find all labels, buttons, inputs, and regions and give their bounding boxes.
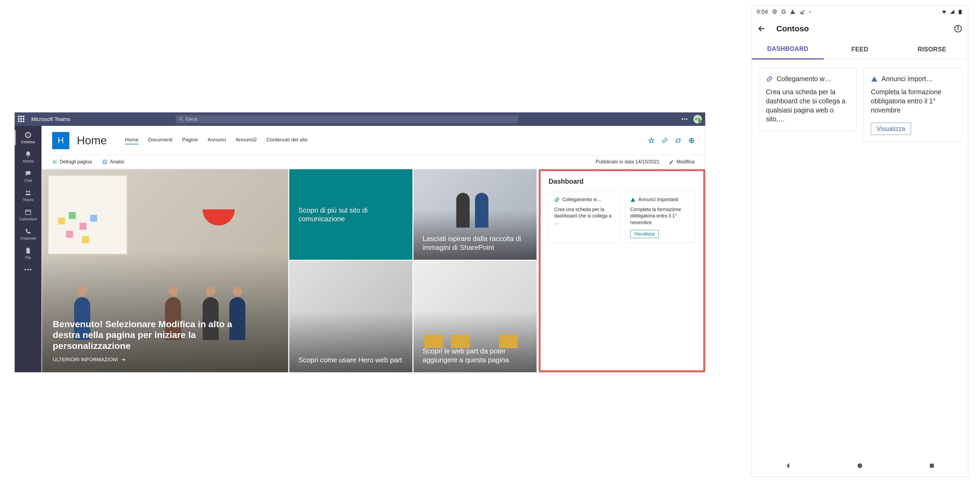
android-navbar xyxy=(752,455,968,476)
arrow-right-icon xyxy=(121,357,126,362)
page-details-button[interactable]: Dettagli pagina xyxy=(52,159,92,165)
info-bar: Dettagli pagina Analisi Pubblicato in da… xyxy=(41,155,705,169)
tab-home[interactable]: Home xyxy=(125,137,138,144)
file-icon xyxy=(24,247,32,254)
app-title: Microsoft Teams xyxy=(31,116,70,122)
wifi-icon xyxy=(941,9,947,15)
search-icon xyxy=(179,117,183,121)
ptab-dashboard[interactable]: DASHBOARD xyxy=(752,39,824,59)
dashboard-card-link[interactable]: Collegamento w… Crea una scheda per la d… xyxy=(549,192,619,243)
bell-icon xyxy=(24,150,32,158)
tab-documenti[interactable]: Documenti xyxy=(148,137,173,144)
svg-point-2 xyxy=(26,191,28,193)
header-actions xyxy=(648,138,694,144)
avatar[interactable]: WM xyxy=(694,115,702,123)
chat-icon xyxy=(24,170,32,177)
phone-card-announcement[interactable]: Annunci import… Completa la formazione o… xyxy=(863,68,961,142)
app-rail: Contoso Attività Chat Teams Calendario C… xyxy=(15,126,41,372)
svg-line-1 xyxy=(181,120,183,121)
star-icon[interactable] xyxy=(648,138,654,144)
calendar-icon xyxy=(24,208,32,216)
link-icon[interactable] xyxy=(662,138,668,144)
analytics-button[interactable]: Analisi xyxy=(102,159,124,165)
svg-point-9 xyxy=(54,161,56,163)
hero-section: Benvenuto! Selezionare Modifica in alto … xyxy=(41,169,705,372)
hero-tile-3[interactable]: Scopri come usare Hero web part xyxy=(289,261,412,372)
warning-icon xyxy=(871,75,878,83)
gear-icon xyxy=(772,9,778,15)
svg-point-3 xyxy=(29,191,30,193)
g-icon: G xyxy=(781,8,786,15)
contoso-icon xyxy=(24,131,32,139)
globe-icon[interactable] xyxy=(689,138,694,144)
edit-button[interactable]: Modifica xyxy=(669,159,694,165)
teams-window: Microsoft Teams Cerca ••• WM Contoso Att… xyxy=(15,112,705,372)
published-date: Pubblicato in data 14/10/2021 xyxy=(596,159,659,165)
rail-calendar[interactable]: Calendario xyxy=(15,205,41,224)
link-icon xyxy=(554,197,560,203)
link-icon xyxy=(766,75,773,83)
info-icon[interactable] xyxy=(954,25,962,33)
more-icon[interactable]: ••• xyxy=(681,117,688,122)
phone-content: Collegamento w… Crea una scheda per la d… xyxy=(752,60,968,455)
hero-main-tile[interactable]: Benvenuto! Selezionare Modifica in alto … xyxy=(42,169,288,372)
app-launcher-icon[interactable] xyxy=(18,116,25,123)
rail-more-icon[interactable]: ••• xyxy=(24,266,32,273)
rail-calls[interactable]: Chiamate xyxy=(15,224,41,244)
ptab-feed[interactable]: FEED xyxy=(824,39,896,59)
visualizza-button[interactable]: Visualizza xyxy=(871,123,911,135)
svg-point-18 xyxy=(958,27,959,27)
nav-home-icon[interactable] xyxy=(856,462,864,470)
ptab-risorse[interactable]: RISORSE xyxy=(896,39,968,59)
page-content: H Home Home Documenti Pagine Annunci Ann… xyxy=(41,126,705,372)
hero-cta[interactable]: ULTERIORI INFORMAZIONI xyxy=(53,357,277,362)
check-icon xyxy=(799,9,805,15)
svg-point-12 xyxy=(774,11,776,13)
phone-title: Contoso xyxy=(776,24,809,33)
signal-icon xyxy=(949,9,955,15)
visualizza-button[interactable]: Visualizza xyxy=(630,230,659,238)
svg-rect-4 xyxy=(25,210,31,214)
dot-icon: • xyxy=(809,8,811,15)
nav-recent-icon[interactable] xyxy=(928,462,936,470)
tab-annunci[interactable]: Annunci xyxy=(208,137,226,144)
rail-chat[interactable]: Chat xyxy=(15,166,41,186)
rail-files[interactable]: File xyxy=(15,244,41,263)
hero-tile-4[interactable]: Scopri le web part da poter aggiungere a… xyxy=(414,261,536,372)
tab-contenuto[interactable]: Contenuto del sito xyxy=(267,137,307,144)
page-header: H Home Home Documenti Pagine Annunci Ann… xyxy=(41,126,705,155)
tab-pagine[interactable]: Pagine xyxy=(182,137,198,144)
gear-icon xyxy=(52,160,57,164)
tab-annunci2[interactable]: Annunci2 xyxy=(235,137,257,144)
hero-tile-2[interactable]: Lasciati ispirare dalla raccolta di imma… xyxy=(414,169,536,260)
dashboard-card-announcement[interactable]: Annunci importanti Completa la formazion… xyxy=(625,192,695,243)
rail-contoso[interactable]: Contoso xyxy=(15,128,41,147)
rail-activity[interactable]: Attività xyxy=(15,147,41,166)
phone-frame: 9:04 G • Contoso DASHBOARD FEED RISORSE … xyxy=(751,5,968,477)
phone-icon xyxy=(24,228,32,235)
phone-tabs: DASHBOARD FEED RISORSE xyxy=(752,39,968,60)
rail-teams[interactable]: Teams xyxy=(15,186,41,205)
pencil-icon xyxy=(669,160,674,164)
svg-rect-20 xyxy=(930,464,934,468)
svg-point-19 xyxy=(858,463,862,468)
phone-card-link[interactable]: Collegamento w… Crea una scheda per la d… xyxy=(758,68,857,131)
hero-title: Benvenuto! Selezionare Modifica in alto … xyxy=(53,319,256,351)
teams-topbar: Microsoft Teams Cerca ••• WM xyxy=(15,112,705,126)
teams-icon xyxy=(24,189,32,196)
dashboard-title: Dashboard xyxy=(549,177,695,185)
chart-icon xyxy=(102,160,107,164)
site-tabs: Home Documenti Pagine Annunci Annunci2 C… xyxy=(125,137,307,144)
hero-tile-teal[interactable]: Scopri di più sul sito di comunicazione xyxy=(289,169,412,260)
nav-back-icon[interactable] xyxy=(784,462,792,470)
status-bar: 9:04 G • xyxy=(752,6,968,18)
svg-rect-14 xyxy=(959,10,962,14)
warning-icon xyxy=(630,197,636,203)
clock: 9:04 xyxy=(757,8,768,15)
refresh-icon[interactable] xyxy=(675,138,681,144)
search-placeholder: Cerca xyxy=(186,117,197,121)
search-input[interactable]: Cerca xyxy=(175,115,518,123)
warning-icon xyxy=(790,9,795,15)
page-title: Home xyxy=(77,134,107,147)
back-icon[interactable] xyxy=(757,25,766,33)
